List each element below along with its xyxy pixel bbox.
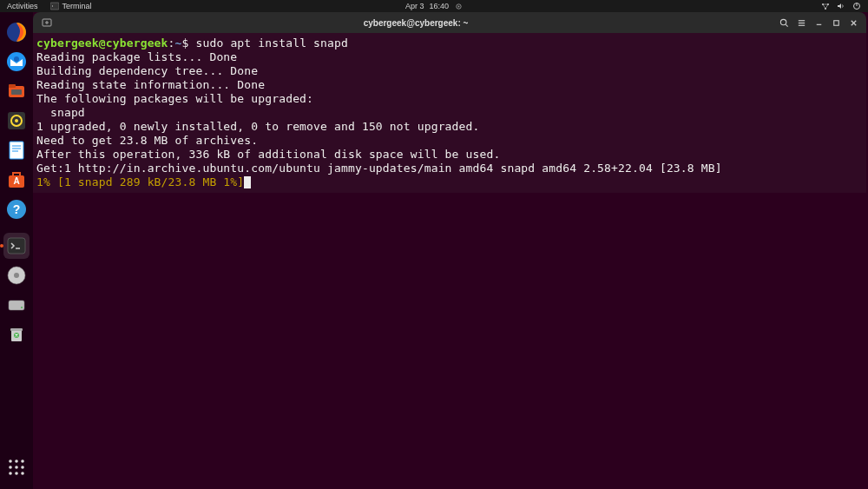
dock-drive[interactable] bbox=[3, 292, 30, 318]
svg-rect-26 bbox=[8, 238, 25, 254]
progress-text: 1% [1 snapd 289 kB/23.8 MB 1%] bbox=[36, 175, 244, 188]
search-button[interactable] bbox=[776, 15, 792, 30]
svg-point-42 bbox=[21, 466, 24, 469]
maximize-button[interactable] bbox=[828, 15, 844, 30]
network-icon bbox=[821, 2, 830, 10]
svg-rect-55 bbox=[833, 20, 838, 25]
title-bar: cybergeek@cybergeek: ~ bbox=[33, 12, 866, 33]
svg-point-30 bbox=[14, 273, 19, 278]
svg-text:?: ? bbox=[13, 202, 21, 216]
svg-point-49 bbox=[780, 19, 786, 24]
notification-icon bbox=[454, 2, 463, 10]
terminal-small-icon bbox=[50, 2, 59, 10]
output-line: Need to get 23.8 MB of archives. bbox=[36, 134, 863, 148]
system-tray[interactable] bbox=[821, 2, 861, 10]
clock-area[interactable]: Apr 3 16:40 bbox=[405, 2, 463, 10]
prompt-path: ~ bbox=[175, 36, 182, 50]
dock-terminal[interactable] bbox=[3, 233, 30, 259]
svg-text:A: A bbox=[13, 176, 19, 186]
time-label: 16:40 bbox=[429, 2, 449, 10]
output-line: Reading state information... Done bbox=[36, 78, 863, 92]
svg-point-39 bbox=[21, 459, 24, 463]
terminal-window: cybergeek@cybergeek: ~ cybergeek@cyberge… bbox=[33, 12, 866, 193]
prompt-line: cybergeek@cybergeek:~$ sudo apt install … bbox=[36, 36, 863, 50]
output-line: Reading package lists... Done bbox=[36, 50, 863, 64]
svg-point-43 bbox=[9, 472, 12, 475]
svg-rect-31 bbox=[9, 301, 24, 310]
dock-libreoffice-writer[interactable] bbox=[3, 137, 30, 163]
activities-button[interactable]: Activities bbox=[7, 2, 38, 10]
dock-rhythmbox[interactable] bbox=[3, 108, 30, 134]
svg-rect-35 bbox=[10, 328, 23, 331]
svg-rect-0 bbox=[50, 3, 59, 10]
title-controls bbox=[776, 15, 861, 30]
terminal-body[interactable]: cybergeek@cybergeek:~$ sudo apt install … bbox=[33, 33, 866, 193]
svg-point-40 bbox=[9, 466, 12, 469]
svg-point-2 bbox=[457, 5, 459, 7]
svg-line-50 bbox=[786, 24, 787, 26]
top-bar-left: Activities Terminal bbox=[7, 2, 92, 10]
output-line: After this operation, 336 kB of addition… bbox=[36, 148, 863, 162]
top-bar: Activities Terminal Apr 3 16:40 bbox=[0, 0, 868, 12]
output-line: The following packages will be upgraded: bbox=[36, 92, 863, 106]
cursor bbox=[244, 176, 251, 188]
minimize-button[interactable] bbox=[811, 15, 826, 30]
svg-point-33 bbox=[21, 307, 23, 308]
dock-trash[interactable] bbox=[3, 321, 30, 347]
svg-point-37 bbox=[9, 459, 12, 463]
volume-icon bbox=[837, 2, 845, 10]
prompt-colon: : bbox=[168, 36, 175, 50]
dock-software[interactable]: A bbox=[3, 167, 30, 193]
prompt-user: cybergeek@cybergeek bbox=[36, 36, 168, 50]
menu-button[interactable] bbox=[793, 15, 809, 30]
dock-thunderbird[interactable] bbox=[3, 49, 30, 75]
svg-point-16 bbox=[15, 119, 18, 122]
current-app-indicator[interactable]: Terminal bbox=[50, 2, 92, 10]
dock-firefox[interactable] bbox=[3, 19, 30, 45]
svg-rect-12 bbox=[9, 84, 16, 88]
dock-show-apps[interactable] bbox=[3, 454, 30, 480]
current-app-label: Terminal bbox=[62, 2, 92, 10]
output-line: snapd bbox=[36, 106, 863, 120]
svg-point-38 bbox=[15, 459, 18, 463]
output-line: Get:1 http://in.archive.ubuntu.com/ubunt… bbox=[36, 162, 863, 175]
prompt-dollar: $ bbox=[182, 36, 196, 50]
svg-point-41 bbox=[15, 466, 18, 469]
dock-files[interactable] bbox=[3, 78, 30, 104]
svg-point-10 bbox=[14, 56, 19, 62]
date-label: Apr 3 bbox=[405, 2, 424, 10]
close-button[interactable] bbox=[845, 15, 861, 30]
svg-rect-17 bbox=[10, 142, 23, 159]
command-text: sudo apt install snapd bbox=[196, 36, 349, 50]
window-title: cybergeek@cybergeek: ~ bbox=[59, 18, 773, 28]
output-line: 1 upgraded, 0 newly installed, 0 to remo… bbox=[36, 120, 863, 134]
power-icon bbox=[852, 2, 861, 10]
new-tab-button[interactable] bbox=[38, 15, 56, 30]
dock: A ? bbox=[0, 12, 33, 489]
progress-line: 1% [1 snapd 289 kB/23.8 MB 1%] bbox=[36, 175, 863, 189]
output-line: Building dependency tree... Done bbox=[36, 64, 863, 78]
dock-disk[interactable] bbox=[3, 262, 30, 288]
dock-help[interactable]: ? bbox=[3, 196, 30, 222]
svg-rect-13 bbox=[11, 89, 22, 95]
svg-point-44 bbox=[15, 472, 18, 475]
svg-point-45 bbox=[21, 472, 24, 475]
